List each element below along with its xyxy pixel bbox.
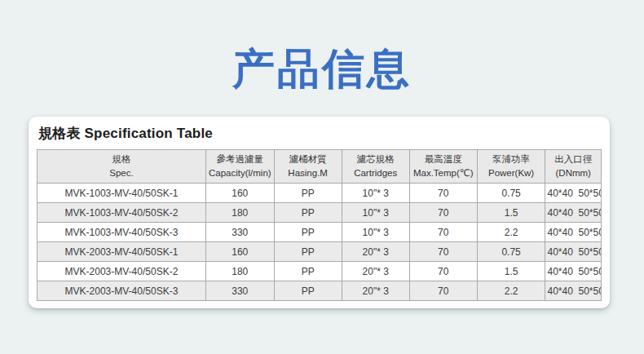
cell-max_temp: 70 — [409, 262, 477, 281]
cell-max_temp: 70 — [409, 184, 477, 203]
column-header-en: Max.Temp(℃) — [412, 166, 475, 180]
specification-card: 規格表 Specification Table 規格Spec.參考過濾量Capa… — [29, 117, 610, 308]
column-header-en: Power(Kw) — [479, 166, 544, 180]
page-title: 产品信息 — [0, 0, 644, 92]
table-header-row: 規格Spec.參考過濾量Capacity(l/min)濾桶材質Hasing.M濾… — [37, 150, 602, 184]
cell-hasing: PP — [274, 223, 342, 242]
column-header-max_temp: 最高溫度Max.Temp(℃) — [409, 150, 477, 184]
cell-max_temp: 70 — [409, 242, 477, 262]
cell-capacity: 160 — [205, 184, 274, 203]
cell-power: 2.2 — [477, 281, 545, 301]
cell-power: 1.5 — [477, 262, 545, 281]
cell-cartridges: 10"* 3 — [342, 203, 409, 223]
cell-cartridges: 10"* 3 — [342, 223, 409, 242]
cell-max_temp: 70 — [409, 223, 477, 242]
cell-dn: 40*40 50*50 — [545, 203, 602, 223]
table-row: MVK-2003-MV-40/50SK-1160PP20"* 3700.7540… — [37, 242, 602, 262]
cell-capacity: 330 — [205, 281, 274, 301]
cell-capacity: 330 — [205, 223, 274, 242]
cell-cartridges: 20"* 3 — [342, 242, 409, 262]
cell-power: 1.5 — [477, 203, 545, 223]
column-header-zh: 規格 — [39, 153, 204, 166]
column-header-en: Hasing.M — [276, 166, 340, 180]
cell-capacity: 180 — [205, 262, 274, 281]
column-header-en: Spec. — [39, 166, 204, 180]
cell-spec: MVK-2003-MV-40/50SK-2 — [37, 262, 206, 281]
column-header-zh: 參考過濾量 — [208, 153, 272, 166]
column-header-en: (DNmm) — [547, 166, 599, 180]
table-body: MVK-1003-MV-40/50SK-1160PP10"* 3700.7540… — [37, 184, 602, 301]
column-header-zh: 濾芯規格 — [344, 153, 408, 166]
column-header-spec: 規格Spec. — [37, 150, 206, 184]
column-header-en: Capacity(l/min) — [208, 166, 272, 180]
cell-dn: 40*40 50*50 — [545, 262, 602, 281]
column-header-power: 泵浦功率Power(Kw) — [477, 150, 545, 184]
column-header-zh: 最高溫度 — [412, 153, 475, 166]
specification-table: 規格Spec.參考過濾量Capacity(l/min)濾桶材質Hasing.M濾… — [37, 149, 602, 301]
column-header-dn: 出入口徑(DNmm) — [545, 150, 602, 184]
cell-power: 0.75 — [477, 242, 545, 262]
cell-spec: MVK-2003-MV-40/50SK-1 — [37, 242, 206, 262]
cell-spec: MVK-2003-MV-40/50SK-3 — [37, 281, 206, 301]
cell-hasing: PP — [274, 281, 342, 301]
table-row: MVK-2003-MV-40/50SK-2180PP20"* 3701.540*… — [37, 262, 602, 281]
column-header-hasing: 濾桶材質Hasing.M — [274, 150, 342, 184]
column-header-zh: 出入口徑 — [547, 153, 599, 166]
cell-hasing: PP — [274, 262, 342, 281]
column-header-en: Cartridges — [344, 166, 408, 180]
cell-hasing: PP — [274, 203, 342, 223]
cell-dn: 40*40 50*50 — [545, 281, 602, 301]
column-header-capacity: 參考過濾量Capacity(l/min) — [205, 150, 274, 184]
cell-max_temp: 70 — [409, 281, 477, 301]
cell-spec: MVK-1003-MV-40/50SK-3 — [37, 223, 206, 242]
cell-hasing: PP — [274, 242, 342, 262]
table-row: MVK-1003-MV-40/50SK-2180PP10"* 3701.540*… — [37, 203, 602, 223]
table-row: MVK-1003-MV-40/50SK-1160PP10"* 3700.7540… — [37, 184, 602, 203]
cell-capacity: 160 — [205, 242, 274, 262]
cell-capacity: 180 — [205, 203, 274, 223]
cell-power: 0.75 — [477, 184, 545, 203]
cell-dn: 40*40 50*50 — [545, 223, 602, 242]
column-header-zh: 濾桶材質 — [276, 153, 340, 166]
cell-dn: 40*40 50*50 — [545, 184, 602, 203]
table-row: MVK-2003-MV-40/50SK-3330PP20"* 3702.240*… — [37, 281, 602, 301]
column-header-zh: 泵浦功率 — [479, 153, 544, 166]
table-header: 規格Spec.參考過濾量Capacity(l/min)濾桶材質Hasing.M濾… — [37, 150, 602, 184]
specification-table-heading: 規格表 Specification Table — [38, 124, 602, 143]
cell-spec: MVK-1003-MV-40/50SK-2 — [37, 203, 206, 223]
cell-cartridges: 20"* 3 — [342, 262, 409, 281]
cell-cartridges: 10"* 3 — [342, 184, 409, 203]
cell-dn: 40*40 50*50 — [545, 242, 602, 262]
cell-cartridges: 20"* 3 — [342, 281, 409, 301]
column-header-cartridges: 濾芯規格Cartridges — [342, 150, 409, 184]
table-row: MVK-1003-MV-40/50SK-3330PP10"* 3702.240*… — [37, 223, 602, 242]
cell-max_temp: 70 — [409, 203, 477, 223]
cell-spec: MVK-1003-MV-40/50SK-1 — [37, 184, 206, 203]
cell-power: 2.2 — [477, 223, 545, 242]
cell-hasing: PP — [274, 184, 342, 203]
